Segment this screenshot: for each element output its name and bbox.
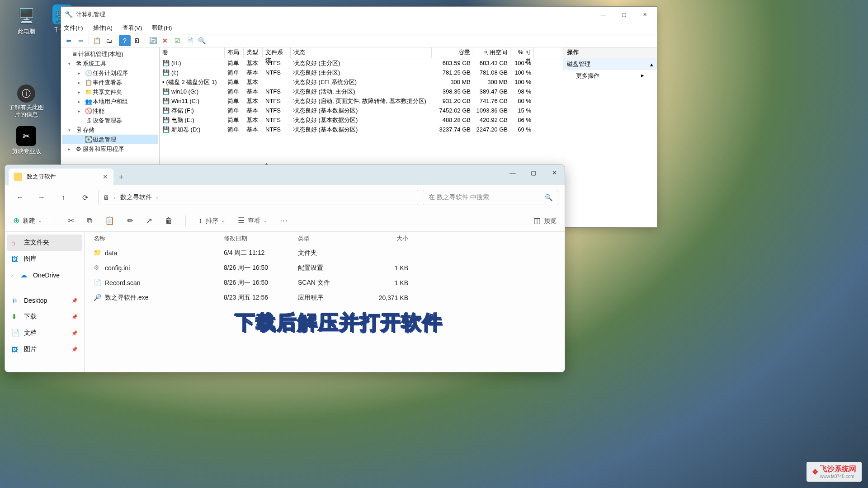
check-button[interactable]: ☑ xyxy=(171,35,183,46)
forward-button[interactable]: ➡ xyxy=(75,35,87,46)
tab-active[interactable]: 数之寻软件 ✕ xyxy=(9,169,113,185)
col-free[interactable]: 可用空间 xyxy=(473,47,510,58)
volume-row[interactable]: 💾(H:) 简单基本 NTFS状态良好 (主分区) 683.59 GB683.4… xyxy=(160,58,563,68)
tree-task-scheduler[interactable]: ▸🕒任务计划程序 xyxy=(62,68,158,78)
help-button[interactable]: ? xyxy=(119,35,131,46)
file-row[interactable]: 🔎数之寻软件.exe 8/23 周五 12:56应用程序20,371 KB xyxy=(85,290,565,305)
desktop-icon-this-pc[interactable]: 🖥️ 此电脑 xyxy=(8,5,44,36)
col-percent[interactable]: % 可用 xyxy=(510,47,534,58)
search-input[interactable]: 在 数之寻软件 中搜索 🔍 xyxy=(423,190,558,205)
col-layout[interactable]: 布局 xyxy=(225,47,244,58)
copy-button[interactable]: ⧉ xyxy=(87,216,92,225)
col-filesystem[interactable]: 文件系统 xyxy=(263,47,291,58)
desktop-label: 了解有关此图 片的信息 xyxy=(9,104,44,118)
col-date[interactable]: 修改日期 xyxy=(224,235,298,243)
view-button[interactable]: ☰查看⌄ xyxy=(238,216,267,225)
nav-onedrive[interactable]: ›☁OneDrive xyxy=(7,267,82,283)
maximize-button[interactable]: ▢ xyxy=(523,165,544,180)
col-size[interactable]: 大小 xyxy=(359,235,408,243)
nav-gallery[interactable]: 🖼图库 xyxy=(7,251,82,267)
forward-button[interactable]: → xyxy=(33,189,50,206)
preview-button[interactable]: ◫预览 xyxy=(533,216,557,225)
tree-event-viewer[interactable]: ▸📋事件查看器 xyxy=(62,78,158,87)
cloud-icon: ☁ xyxy=(20,271,28,279)
overlay-caption: 下载后解压并打开软件 xyxy=(235,309,443,336)
back-button[interactable]: ⬅ xyxy=(63,35,75,46)
nav-downloads[interactable]: ⬇下载📌 xyxy=(7,309,82,325)
tree-device-manager[interactable]: 🖨设备管理器 xyxy=(62,116,158,125)
col-capacity[interactable]: 容量 xyxy=(432,47,473,58)
share-button[interactable]: ↗ xyxy=(146,216,152,225)
volume-row[interactable]: 💾电脑 (E:) 简单基本 NTFS状态良好 (基本数据分区) 488.28 G… xyxy=(160,115,563,125)
calendar-button[interactable]: 🗓 xyxy=(131,35,143,46)
more-button[interactable]: ⋯ xyxy=(280,216,288,225)
nav-desktop[interactable]: 🖥Desktop📌 xyxy=(7,292,82,309)
desktop-icon-jianying[interactable]: ✂ 剪映专业版 xyxy=(8,126,44,155)
refresh-button[interactable]: ⟳ xyxy=(76,189,94,206)
menu-help[interactable]: 帮助(H) xyxy=(152,24,172,32)
explorer-toolbar: ⊕新建⌄ ✂ ⧉ 📋 ✏ ↗ 🗑 ↕排序⌄ ☰查看⌄ ⋯ ◫预览 xyxy=(5,210,565,232)
tab-bar: 数之寻软件 ✕ + — ▢ ✕ xyxy=(5,165,565,185)
pin-icon: 📌 xyxy=(71,314,78,320)
actions-section[interactable]: 磁盘管理▴ xyxy=(563,58,657,70)
tree-services[interactable]: ▸⚙服务和应用程序 xyxy=(62,144,158,154)
nav-pictures[interactable]: 🖼图片📌 xyxy=(7,341,82,357)
show-hide-tree-button[interactable]: 📋 xyxy=(91,35,103,46)
volume-row[interactable]: 💾win10 (G:) 简单基本 NTFS状态良好 (活动, 主分区) 398.… xyxy=(160,87,563,96)
pin-icon: 📌 xyxy=(71,347,78,352)
close-button[interactable]: ✕ xyxy=(634,8,655,21)
tree-disk-management[interactable]: 💽磁盘管理 xyxy=(62,135,158,144)
new-button[interactable]: ⊕新建⌄ xyxy=(13,216,42,225)
file-row[interactable]: 📄Record.scan 8/26 周一 16:50SCAN 文件1 KB xyxy=(85,275,565,290)
properties-button[interactable]: 🗂 xyxy=(103,35,115,46)
filter-button[interactable]: 🔍 xyxy=(196,35,208,46)
col-type[interactable]: 类型 xyxy=(298,235,359,243)
paste-icon: 📋 xyxy=(105,216,114,225)
menu-action[interactable]: 操作(A) xyxy=(93,24,113,32)
col-name[interactable]: 名称 xyxy=(94,235,224,243)
back-button[interactable]: ← xyxy=(11,189,28,206)
minimize-button[interactable]: — xyxy=(593,8,613,21)
tree-system-tools[interactable]: ▾🛠系统工具 xyxy=(62,59,158,68)
rename-icon: ✏ xyxy=(127,216,133,225)
col-volume[interactable]: 卷 xyxy=(160,47,225,58)
volume-row[interactable]: 💾新加卷 (D:) 简单基本 NTFS状态良好 (基本数据分区) 3237.74… xyxy=(160,125,563,134)
tree-storage[interactable]: ▾🗄存储 xyxy=(62,125,158,135)
col-type[interactable]: 类型 xyxy=(244,47,263,58)
rename-button[interactable]: ✏ xyxy=(127,216,133,225)
sort-button[interactable]: ↕排序⌄ xyxy=(198,216,225,225)
minimize-button[interactable]: — xyxy=(502,165,523,180)
file-row[interactable]: 📁data 6/4 周二 11:12文件夹 xyxy=(85,245,565,260)
new-tab-button[interactable]: + xyxy=(113,169,129,185)
titlebar[interactable]: 🔧 计算机管理 — ▢ ✕ xyxy=(61,7,657,22)
actions-header: 操作 xyxy=(563,47,657,58)
tree-performance[interactable]: ▸🚫性能 xyxy=(62,106,158,116)
breadcrumb[interactable]: 🖥 › 数之寻软件 › xyxy=(98,190,418,205)
tree-shared-folders[interactable]: ▸📁共享文件夹 xyxy=(62,87,158,97)
delete-button[interactable]: ✕ xyxy=(159,35,171,46)
maximize-button[interactable]: ▢ xyxy=(613,8,634,21)
new-button[interactable]: 📄 xyxy=(184,35,195,46)
nav-home[interactable]: ⌂主文件夹 xyxy=(7,235,82,251)
volume-row[interactable]: 💾Win11 (C:) 简单基本 NTFS状态良好 (启动, 页面文件, 故障转… xyxy=(160,96,563,106)
up-button[interactable]: ↑ xyxy=(55,189,72,206)
col-status[interactable]: 状态 xyxy=(291,47,432,58)
volume-row[interactable]: ▪(磁盘 2 磁盘分区 1) 简单基本 状态良好 (EFI 系统分区) 300 … xyxy=(160,77,563,87)
file-row[interactable]: ⚙config.ini 8/26 周一 16:50配置设置1 KB xyxy=(85,260,565,275)
close-button[interactable]: ✕ xyxy=(544,165,565,180)
delete-button[interactable]: 🗑 xyxy=(165,216,173,225)
refresh-button[interactable]: 🔄 xyxy=(147,35,159,46)
paste-button[interactable]: 📋 xyxy=(105,216,114,225)
desktop-icon-image-info[interactable]: ⓘ 了解有关此图 片的信息 xyxy=(8,84,44,118)
menu-file[interactable]: 文件(F) xyxy=(64,24,83,32)
menu-view[interactable]: 查看(V) xyxy=(123,24,142,32)
tree-local-users[interactable]: ▸👥本地用户和组 xyxy=(62,97,158,106)
actions-more[interactable]: 更多操作▸ xyxy=(563,70,657,82)
tab-close-button[interactable]: ✕ xyxy=(103,173,108,180)
cut-button[interactable]: ✂ xyxy=(68,216,74,225)
breadcrumb-segment[interactable]: 数之寻软件 xyxy=(120,193,152,202)
tree-root[interactable]: 🖥计算机管理(本地) xyxy=(62,49,158,59)
nav-documents[interactable]: 📄文档📌 xyxy=(7,325,82,341)
volume-row[interactable]: 💾(I:) 简单基本 NTFS状态良好 (主分区) 781.25 GB781.0… xyxy=(160,68,563,77)
volume-row[interactable]: 💾存储 (F:) 简单基本 NTFS状态良好 (基本数据分区) 7452.02 … xyxy=(160,106,563,115)
